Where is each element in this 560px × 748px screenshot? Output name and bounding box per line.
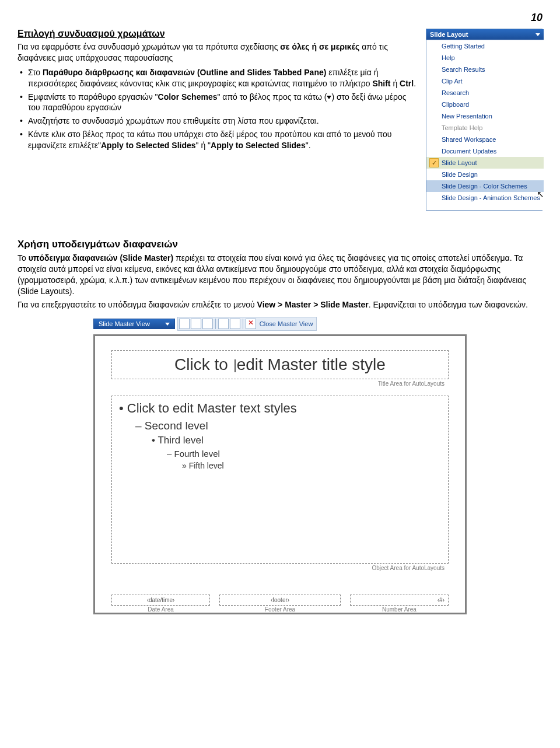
- toolbar-title[interactable]: Slide Master View: [93, 319, 175, 329]
- slide-master-toolbar: Slide Master View ✕ Close Master View: [93, 317, 467, 331]
- section-2-p2: Για να επεξεργαστείτε το υπόδειγμα διαφα…: [18, 299, 542, 310]
- master-body-placeholder[interactable]: Click to edit Master text styles Second …: [111, 396, 449, 564]
- footer-placeholder[interactable]: ‹footer› Footer Area: [219, 595, 341, 606]
- task-pane-item-label: Clip Art: [442, 78, 462, 85]
- task-pane-title-bar[interactable]: Slide Layout: [426, 29, 544, 40]
- bullet-2: Εμφανίστε το παράθυρο εργασιών "Color Sc…: [18, 92, 419, 114]
- task-pane-item[interactable]: Shared Workspace: [426, 134, 544, 145]
- task-pane-title: Slide Layout: [430, 31, 468, 38]
- section-2-p1: Το υπόδειγμα διαφανειών (Slide Master) π…: [18, 253, 542, 297]
- task-pane-item-label: Help: [442, 54, 455, 61]
- check-icon: ✓: [429, 158, 439, 167]
- section-1-title: Επιλογή συνδυασμού χρωμάτων: [18, 29, 419, 39]
- section-2: Χρήση υποδειγμάτων διαφανειών Το υπόδειγ…: [18, 239, 542, 614]
- task-pane-item[interactable]: Research: [426, 87, 544, 99]
- outline-level-5: Fifth level: [182, 461, 441, 470]
- toolbar-icon[interactable]: [179, 319, 190, 329]
- slide-master-canvas: Click to edit Master title style Title A…: [93, 334, 467, 614]
- task-pane-item[interactable]: ✓Slide Layout: [426, 157, 544, 169]
- task-pane-item-label: Document Updates: [442, 148, 496, 155]
- task-pane-item-label: New Presentation: [442, 113, 492, 120]
- task-pane-item-label: Search Results: [442, 66, 485, 73]
- text-cursor-icon: [234, 359, 236, 372]
- task-pane-item[interactable]: Clip Art: [426, 75, 544, 87]
- section-1: Επιλογή συνδυασμού χρωμάτων Για να εφαρμ…: [18, 29, 419, 155]
- task-pane-list: Getting StartedHelpSearch ResultsClip Ar…: [426, 40, 544, 210]
- bullet-4: Κάντε κλικ στο βέλος προς τα κάτω που υπ…: [18, 129, 419, 151]
- task-pane-item-label: Shared Workspace: [442, 136, 496, 143]
- task-pane-item-label: Research: [442, 89, 469, 96]
- close-master-view-button[interactable]: Close Master View: [257, 320, 316, 327]
- task-pane-item[interactable]: Document Updates: [426, 145, 544, 157]
- toolbar-icon[interactable]: [202, 319, 213, 329]
- chevron-down-icon[interactable]: [165, 323, 170, 326]
- task-pane-item-label: Slide Design - Color Schemes: [442, 183, 527, 190]
- cursor-icon: ↖: [537, 189, 544, 200]
- task-pane-item-label: Getting Started: [442, 43, 485, 50]
- separator: [215, 319, 216, 329]
- section-2-title: Χρήση υποδειγμάτων διαφανειών: [18, 239, 542, 250]
- task-pane-item[interactable]: Slide Design - Animation Schemes: [426, 192, 544, 204]
- toolbar-icon[interactable]: [218, 319, 229, 329]
- outline-level-4: Fourth level: [167, 449, 441, 459]
- outline-level-2: Second level: [135, 420, 441, 432]
- close-icon[interactable]: ✕: [246, 319, 256, 329]
- task-pane-item[interactable]: Getting Started: [426, 40, 544, 52]
- outline-level-1: Click to edit Master text styles: [119, 401, 441, 416]
- section-1-intro: Για να εφαρμόστε ένα συνδυασμό χρωμάτων …: [18, 41, 419, 64]
- object-area-label: Object Area for AutoLayouts: [370, 565, 446, 571]
- number-area-label: Number Area: [382, 606, 416, 613]
- task-pane-item[interactable]: Template Help: [426, 122, 544, 134]
- task-pane-item[interactable]: Slide Design - Color Schemes: [426, 180, 544, 192]
- task-pane-item-label: Slide Layout: [442, 159, 477, 166]
- toolbar-icon[interactable]: [230, 319, 240, 329]
- separator: [243, 319, 243, 329]
- task-pane-item[interactable]: Search Results: [426, 64, 544, 75]
- date-area-label: Date Area: [148, 606, 173, 613]
- date-placeholder[interactable]: ‹date/time› Date Area: [111, 595, 210, 606]
- page-number: 10: [18, 12, 542, 24]
- task-pane-item[interactable]: Clipboard: [426, 99, 544, 110]
- title-area-label: Title Area for AutoLayouts: [377, 380, 446, 387]
- task-pane-item-label: Clipboard: [442, 101, 469, 108]
- bullet-3: Αναζητήστε το συνδυασμό χρωμάτων που επι…: [18, 116, 419, 127]
- bullet-1: Στο Παράθυρο διάρθρωσης και διαφανειών (…: [18, 67, 419, 89]
- task-pane-item[interactable]: New Presentation: [426, 110, 544, 122]
- task-pane-item-label: Slide Design - Animation Schemes: [442, 194, 540, 201]
- task-pane-item-label: Slide Design: [442, 171, 478, 178]
- footer-area-label: Footer Area: [265, 606, 295, 613]
- task-pane-item[interactable]: Slide Design: [426, 169, 544, 180]
- chevron-down-icon[interactable]: [536, 33, 540, 36]
- task-pane-item-label: Template Help: [442, 124, 482, 131]
- master-title-placeholder[interactable]: Click to edit Master title style Title A…: [111, 350, 449, 379]
- number-placeholder[interactable]: ‹#› Number Area: [350, 595, 449, 606]
- toolbar-icon[interactable]: [191, 319, 201, 329]
- outline-level-3: Third level: [152, 435, 441, 446]
- task-pane: Slide Layout Getting StartedHelpSearch R…: [426, 29, 542, 211]
- task-pane-item[interactable]: Help: [426, 52, 544, 64]
